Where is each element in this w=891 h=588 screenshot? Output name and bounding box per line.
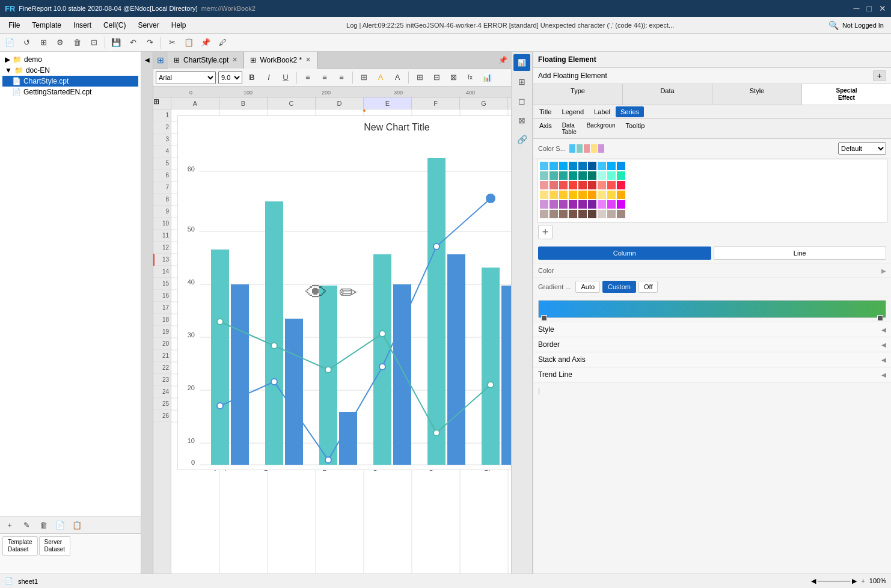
color-cell[interactable] [588, 191, 596, 199]
grid-area[interactable]: New Chart Title 👁 ✏ 60 50 [171, 109, 511, 580]
menu-help[interactable]: Help [165, 19, 192, 32]
align-left-btn[interactable]: ≡ [301, 70, 315, 85]
chart-container[interactable]: New Chart Title 👁 ✏ 60 50 [177, 115, 511, 470]
align-center-btn[interactable]: ≡ [317, 70, 332, 85]
color-cell[interactable] [559, 171, 568, 180]
sub-tab-legend[interactable]: Legend [557, 106, 589, 117]
color-cell[interactable] [578, 200, 587, 209]
sub-tab-label[interactable]: Label [589, 106, 615, 117]
fill-color-btn[interactable]: A [373, 70, 388, 85]
color-cell[interactable] [598, 171, 606, 180]
color-cell[interactable] [559, 200, 568, 209]
menu-cell[interactable]: Cell(C) [97, 19, 132, 32]
color-cell[interactable] [617, 191, 625, 199]
refresh-btn[interactable]: ↺ [19, 35, 34, 50]
gradient-off-btn[interactable]: Off [638, 281, 658, 293]
color-cell[interactable] [540, 171, 548, 180]
merge-btn[interactable]: ⊞ [412, 70, 427, 85]
zoom-reset-btn[interactable]: + [861, 577, 865, 584]
color-cell[interactable] [598, 181, 606, 189]
color-cell[interactable] [588, 162, 596, 170]
sheet-name[interactable]: sheet1 [18, 578, 38, 585]
color-cell[interactable] [540, 181, 548, 189]
sub-tab2-tooltip[interactable]: Tooltip [621, 120, 650, 137]
color-cell[interactable] [578, 191, 587, 199]
menu-insert[interactable]: Insert [67, 19, 97, 32]
color-cell[interactable] [607, 162, 616, 170]
color-cell[interactable] [607, 171, 616, 180]
menu-file[interactable]: File [2, 19, 26, 32]
page-setup-btn[interactable]: ⊞ [36, 35, 51, 50]
export-dataset-btn[interactable]: 📄 [53, 518, 67, 532]
color-cell[interactable] [617, 171, 625, 180]
bold-btn[interactable]: B [245, 70, 259, 85]
undo-btn[interactable]: ↶ [126, 35, 140, 50]
color-cell[interactable] [607, 181, 616, 189]
add-dataset-btn[interactable]: + [2, 518, 17, 532]
color-cell[interactable] [588, 171, 596, 180]
color-cell[interactable] [598, 210, 606, 218]
save-btn[interactable]: 💾 [109, 35, 123, 50]
column-chart-btn[interactable]: Column [538, 247, 711, 260]
gradient-bar[interactable] [538, 300, 886, 318]
font-color-btn[interactable]: A [390, 70, 405, 85]
color-cell[interactable] [540, 162, 548, 170]
tab-workbook2[interactable]: ⊞ WorkBook2 * ✕ [244, 52, 317, 69]
sub-tab-title[interactable]: Title [534, 106, 556, 117]
search-icon[interactable]: 🔍 [828, 20, 839, 30]
tab-chartstyle[interactable]: ⊞ ChartStyle.cpt ✕ [168, 52, 244, 69]
underline-btn[interactable]: U [278, 70, 293, 85]
maximize-btn[interactable]: □ [867, 4, 872, 13]
gradient-custom-btn[interactable]: Custom [602, 281, 636, 293]
color-expand-arrow[interactable]: ▶ [881, 268, 886, 274]
insert-col-btn[interactable]: ⊠ [446, 70, 461, 85]
gradient-auto-btn[interactable]: Auto [575, 281, 600, 293]
prop-tab-type[interactable]: Type [533, 84, 623, 105]
color-cell[interactable] [550, 200, 558, 209]
color-cell[interactable] [550, 210, 558, 218]
login-status[interactable]: Not Logged In [842, 22, 884, 29]
tree-item-chartstyle[interactable]: 📄 ChartStyle.cpt [2, 76, 138, 87]
color-cell[interactable] [550, 181, 558, 189]
copy-btn[interactable]: 📋 [182, 35, 196, 50]
settings-btn[interactable]: ⚙ [53, 35, 67, 50]
stack-axis-section-header[interactable]: Stack and Axis ◀ [533, 352, 891, 367]
color-cell[interactable] [588, 200, 596, 209]
style-section-header[interactable]: Style ◀ [533, 322, 891, 337]
chart-props-icon[interactable]: 📊 [513, 54, 530, 71]
link-icon[interactable]: 🔗 [513, 131, 530, 148]
color-cell[interactable] [617, 162, 625, 170]
color-cell[interactable] [578, 210, 587, 218]
color-cell[interactable] [569, 210, 577, 218]
italic-btn[interactable]: I [262, 70, 276, 85]
color-cell[interactable] [569, 181, 577, 189]
font-family-select[interactable]: Arial [156, 71, 216, 84]
widget-icon[interactable]: ◻ [513, 93, 530, 109]
color-cell[interactable] [617, 210, 625, 218]
color-cell[interactable] [578, 171, 587, 180]
sub-tab-series[interactable]: Series [616, 106, 644, 117]
border-btn[interactable]: ⊞ [357, 70, 371, 85]
color-cell[interactable] [588, 181, 596, 189]
tree-item-gettingstarted[interactable]: 📄 GettingStartedEN.cpt [2, 87, 138, 97]
format-paste-btn[interactable]: 🖊 [215, 35, 230, 50]
color-cell[interactable] [588, 210, 596, 218]
sub-tab2-background[interactable]: Backgroun [582, 120, 620, 137]
add-floating-btn[interactable]: + [873, 70, 886, 81]
color-cell[interactable] [607, 191, 616, 199]
color-cell[interactable] [559, 162, 568, 170]
line-chart-btn[interactable]: Line [714, 247, 887, 260]
color-cell[interactable] [598, 162, 606, 170]
sub-tab2-axis[interactable]: Axis [534, 120, 557, 137]
trend-line-section-header[interactable]: Trend Line ◀ [533, 367, 891, 382]
gradient-handle-left[interactable] [541, 315, 547, 321]
left-strip-btn1[interactable]: ◀ [142, 54, 152, 66]
font-size-select[interactable]: 9.0 [218, 71, 242, 84]
delete-dataset-btn[interactable]: 🗑 [36, 518, 51, 532]
template-dataset-tab[interactable]: TemplateDataset [2, 536, 38, 556]
add-color-btn[interactable]: + [538, 225, 553, 239]
color-cell[interactable] [578, 162, 587, 170]
chart-btn[interactable]: 📊 [480, 70, 494, 85]
server-dataset-tab[interactable]: ServerDataset [39, 536, 70, 556]
cut-btn[interactable]: ✂ [165, 35, 179, 50]
